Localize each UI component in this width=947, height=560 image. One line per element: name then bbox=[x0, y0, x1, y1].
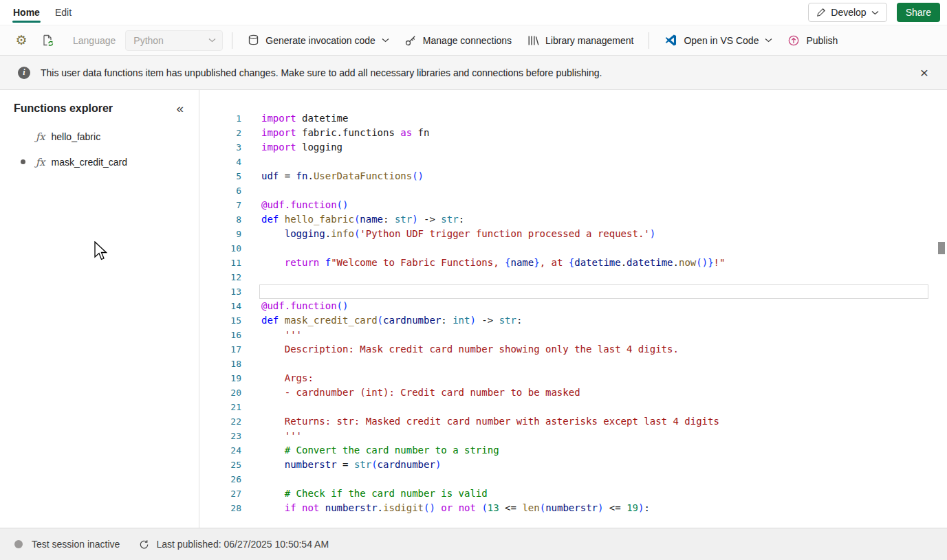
gutter-gap bbox=[241, 256, 259, 270]
code-line[interactable]: 28 if not numberstr.isdigit() or not (13… bbox=[199, 501, 947, 515]
line-number: 22 bbox=[199, 414, 241, 429]
publish-button[interactable]: Publish bbox=[781, 30, 844, 52]
line-number: 25 bbox=[199, 458, 241, 472]
code-editor[interactable]: 1import datetime2import fabric.functions… bbox=[199, 90, 947, 528]
code-line[interactable]: 15def mask_credit_card(cardnumber: int) … bbox=[199, 313, 947, 328]
manage-connections-button[interactable]: Manage connections bbox=[398, 30, 518, 52]
code-line-content: import logging bbox=[259, 140, 928, 155]
last-published-text: Last published: 06/27/2025 10:50:54 AM bbox=[156, 539, 329, 550]
code-line-content: @udf.function() bbox=[259, 198, 928, 212]
code-line[interactable]: 11 return f"Welcome to Fabric Functions,… bbox=[199, 256, 947, 270]
code-line-content: if not numberstr.isdigit() or not (13 <=… bbox=[259, 501, 928, 515]
refresh-icon[interactable] bbox=[139, 539, 149, 550]
line-number: 1 bbox=[199, 111, 241, 126]
code-line[interactable]: 20 - cardnumber (int): Credit card numbe… bbox=[199, 385, 947, 400]
code-line[interactable]: 2import fabric.functions as fn bbox=[199, 126, 947, 140]
gutter-gap bbox=[241, 385, 259, 400]
banner-close-button[interactable]: × bbox=[913, 61, 936, 85]
function-item-label: hello_fabric bbox=[52, 131, 101, 142]
function-item[interactable]: ƒxhello_fabric bbox=[0, 124, 199, 149]
gutter-gap bbox=[241, 299, 259, 313]
code-line[interactable]: 26 bbox=[199, 472, 947, 486]
functions-explorer-header: Functions explorer « bbox=[0, 90, 199, 124]
main-content: Functions explorer « ƒxhello_fabricƒxmas… bbox=[0, 90, 947, 528]
manage-connections-label: Manage connections bbox=[423, 35, 512, 46]
code-line[interactable]: 24 # Convert the card number to a string bbox=[199, 443, 947, 458]
publish-label: Publish bbox=[806, 35, 838, 46]
code-line-content: - cardnumber (int): Credit card number t… bbox=[259, 385, 928, 400]
vscode-icon bbox=[664, 34, 677, 47]
function-icon: ƒx bbox=[36, 157, 45, 168]
code-line-content: Description: Mask credit card number sho… bbox=[259, 342, 928, 357]
code-line[interactable]: 22 Returns: str: Masked credit card numb… bbox=[199, 414, 947, 429]
gutter-gap bbox=[241, 284, 259, 299]
collapse-panel-icon[interactable]: « bbox=[176, 102, 184, 115]
function-item[interactable]: ƒxmask_credit_card bbox=[0, 149, 199, 175]
code-line-content bbox=[259, 472, 928, 486]
line-number: 27 bbox=[199, 486, 241, 501]
tab-home[interactable]: Home bbox=[6, 0, 47, 25]
line-number: 14 bbox=[199, 299, 241, 313]
library-management-button[interactable]: Library management bbox=[521, 30, 640, 52]
code-line-content bbox=[259, 270, 928, 284]
gutter-gap bbox=[241, 429, 259, 443]
share-button[interactable]: Share bbox=[897, 3, 940, 22]
code-line[interactable]: 7@udf.function() bbox=[199, 198, 947, 212]
toolbar-divider bbox=[649, 32, 649, 49]
code-line-content bbox=[259, 183, 928, 198]
generate-invocation-code-button[interactable]: Generate invocation code bbox=[241, 30, 395, 52]
gutter-gap bbox=[241, 313, 259, 328]
generate-invocation-code-label: Generate invocation code bbox=[265, 35, 375, 46]
gutter-gap bbox=[241, 227, 259, 241]
file-refresh-icon bbox=[41, 34, 54, 47]
line-number: 28 bbox=[199, 501, 241, 515]
gutter-gap bbox=[241, 371, 259, 385]
code-line-content: import datetime bbox=[259, 111, 928, 126]
language-select[interactable]: Python bbox=[125, 30, 223, 51]
code-line[interactable]: 6 bbox=[199, 183, 947, 198]
gutter-gap bbox=[241, 183, 259, 198]
code-line[interactable]: 18 bbox=[199, 357, 947, 371]
line-number: 21 bbox=[199, 400, 241, 414]
line-number: 23 bbox=[199, 429, 241, 443]
code-line[interactable]: 4 bbox=[199, 155, 947, 169]
code-line[interactable]: 23 ''' bbox=[199, 429, 947, 443]
line-number: 13 bbox=[199, 284, 241, 299]
chevron-down-icon bbox=[765, 38, 772, 43]
line-number: 3 bbox=[199, 140, 241, 155]
editor-scrollbar-thumb[interactable] bbox=[938, 242, 945, 254]
line-number: 2 bbox=[199, 126, 241, 140]
code-line-content: Returns: str: Masked credit card number … bbox=[259, 414, 928, 429]
code-line[interactable]: 8def hello_fabric(name: str) -> str: bbox=[199, 212, 947, 227]
sample-code-button[interactable] bbox=[36, 30, 59, 52]
code-line[interactable]: 17 Description: Mask credit card number … bbox=[199, 342, 947, 357]
code-line[interactable]: 21 bbox=[199, 400, 947, 414]
code-line[interactable]: 9 logging.info('Python UDF trigger funct… bbox=[199, 227, 947, 241]
code-line[interactable]: 5udf = fn.UserDataFunctions() bbox=[199, 169, 947, 183]
code-line-content bbox=[259, 400, 928, 414]
open-in-vscode-label: Open in VS Code bbox=[684, 35, 759, 46]
code-line[interactable]: 3import logging bbox=[199, 140, 947, 155]
code-line[interactable]: 10 bbox=[199, 241, 947, 256]
code-line[interactable]: 16 ''' bbox=[199, 328, 947, 342]
develop-button[interactable]: Develop bbox=[808, 3, 886, 22]
gutter-gap bbox=[241, 155, 259, 169]
gutter-gap bbox=[241, 328, 259, 342]
gear-icon: ⚙ bbox=[15, 34, 27, 47]
code-line[interactable]: 12 bbox=[199, 270, 947, 284]
functions-list: ƒxhello_fabricƒxmask_credit_card bbox=[0, 124, 199, 175]
line-number: 17 bbox=[199, 342, 241, 357]
code-line[interactable]: 14@udf.function() bbox=[199, 299, 947, 313]
session-status-dot bbox=[14, 540, 23, 548]
code-line[interactable]: 13 bbox=[199, 284, 947, 299]
line-number: 9 bbox=[199, 227, 241, 241]
library-books-icon bbox=[527, 34, 539, 47]
tab-edit[interactable]: Edit bbox=[47, 0, 79, 25]
open-in-vscode-button[interactable]: Open in VS Code bbox=[658, 30, 779, 52]
settings-button[interactable]: ⚙ bbox=[10, 30, 33, 52]
code-line[interactable]: 27 # Check if the card number is valid bbox=[199, 486, 947, 501]
code-line[interactable]: 25 numberstr = str(cardnumber) bbox=[199, 458, 947, 472]
code-line[interactable]: 19 Args: bbox=[199, 371, 947, 385]
code-line[interactable]: 1import datetime bbox=[199, 111, 947, 126]
banner-message: This user data functions item has unpubl… bbox=[41, 67, 602, 78]
